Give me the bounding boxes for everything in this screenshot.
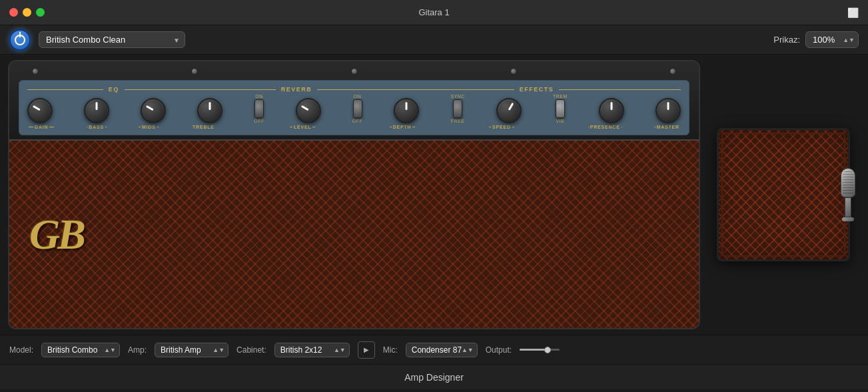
app-title-bar: Amp Designer xyxy=(0,364,868,389)
reverb-line-right xyxy=(317,89,392,90)
zoom-select[interactable]: 50%75%100%150%200% xyxy=(805,31,859,48)
toolbar-right: Prikaz: 50%75%100%150%200% ▲▼ xyxy=(773,31,859,48)
free-label: FREE xyxy=(451,119,465,123)
amp-body: EQ REVERB EFFECTS xyxy=(8,60,700,329)
play-button[interactable]: ▶ xyxy=(358,341,375,359)
gain-label: GAIN xyxy=(29,125,54,129)
level-knob[interactable] xyxy=(296,98,321,123)
slider-fill xyxy=(520,349,548,351)
level-label: LEVEL xyxy=(290,125,315,129)
power-icon xyxy=(15,35,25,45)
gb-logo: GB xyxy=(29,210,83,259)
speed-knob[interactable] xyxy=(496,98,522,123)
bass-knob-group xyxy=(84,98,109,123)
model-select[interactable]: British ComboBritish LeadAmerican Clean xyxy=(41,343,120,357)
master-knob-group xyxy=(655,98,681,123)
output-slider[interactable] xyxy=(520,349,560,351)
bass-label: BASS xyxy=(87,125,107,129)
window-title: Gitara 1 xyxy=(418,7,449,17)
effects-toggle1[interactable] xyxy=(353,99,362,118)
minimize-button[interactable] xyxy=(23,8,31,17)
mic-body xyxy=(845,197,851,217)
trem-toggle-group: TREM VIB xyxy=(553,94,568,123)
presence-knob-group xyxy=(599,98,624,123)
mic-select-wrapper: Condenser 87Dynamic 57Ribbon 121 ▲▼ xyxy=(406,343,478,357)
cabinet-border xyxy=(721,133,845,257)
eq-line-left xyxy=(27,89,103,90)
master-knob[interactable] xyxy=(655,98,681,123)
sync-toggle[interactable] xyxy=(453,99,462,118)
treble-label: TREBLE xyxy=(191,125,216,129)
zoom-wrapper: 50%75%100%150%200% ▲▼ xyxy=(805,31,859,48)
model-select-wrapper: British ComboBritish LeadAmerican Clean … xyxy=(41,343,120,357)
speed-label: SPEED xyxy=(489,125,514,129)
reverb-toggle[interactable] xyxy=(254,99,264,118)
treble-knob[interactable] xyxy=(197,98,222,123)
cabinet-label: Cabinet: xyxy=(236,345,266,355)
mids-label: MIDS xyxy=(139,125,159,129)
bolt-3 xyxy=(351,68,358,75)
treble-knob-group xyxy=(197,98,222,123)
main-area: EQ REVERB EFFECTS xyxy=(0,55,868,335)
microphone xyxy=(838,168,858,221)
reverb-toggle-on-label: ON xyxy=(255,94,263,99)
master-label: MASTER xyxy=(654,125,679,129)
amp-grille: GB xyxy=(9,141,699,328)
bolt-1 xyxy=(32,68,39,75)
mic-select[interactable]: Condenser 87Dynamic 57Ribbon 121 xyxy=(406,343,478,357)
preset-select[interactable]: British Combo CleanBritish Combo CrunchB… xyxy=(39,31,185,48)
title-bar: Gitara 1 ⬜ xyxy=(0,0,868,25)
toolbar: British Combo CleanBritish Combo CrunchB… xyxy=(0,25,868,55)
cabinet-select[interactable]: British 2x12British 4x12American 2x12 xyxy=(274,343,350,357)
cabinet-container xyxy=(707,60,860,329)
preset-wrapper: British Combo CleanBritish Combo CrunchB… xyxy=(31,31,185,48)
eq-line-right xyxy=(125,89,201,90)
close-button[interactable] xyxy=(9,8,18,17)
bottom-bar: Model: British ComboBritish LeadAmerican… xyxy=(0,335,868,364)
maximize-button[interactable] xyxy=(36,8,45,17)
mids-knob[interactable] xyxy=(141,98,166,123)
effects-toggle1-on-label: ON xyxy=(354,94,362,99)
amp-top: EQ REVERB EFFECTS xyxy=(9,61,699,141)
eq-section-label: EQ xyxy=(103,86,125,93)
prikaz-label: Prikaz: xyxy=(773,35,800,45)
mic-base xyxy=(842,217,854,221)
controls-panel: EQ REVERB EFFECTS xyxy=(19,80,689,135)
effects-line-right xyxy=(559,89,681,90)
sync-label: SYNC xyxy=(450,94,464,99)
effects-toggle1-group: ON OFF xyxy=(352,94,363,123)
cabinet-box xyxy=(717,128,850,261)
slider-track xyxy=(520,349,560,351)
reverb-toggle-group: ON OFF xyxy=(254,94,264,123)
power-button[interactable] xyxy=(9,29,31,51)
bolt-2 xyxy=(191,68,198,75)
bass-knob[interactable] xyxy=(84,98,109,123)
amp-label: Amp: xyxy=(128,345,147,355)
effects-toggle1-off-label: OFF xyxy=(352,119,363,123)
bolt-5 xyxy=(669,68,676,75)
vib-label: VIB xyxy=(556,119,564,123)
output-label: Output: xyxy=(486,345,512,355)
trem-toggle[interactable] xyxy=(556,99,565,118)
reverb-line-left xyxy=(201,89,276,90)
expand-icon[interactable]: ⬜ xyxy=(847,7,859,18)
slider-thumb[interactable] xyxy=(544,347,551,353)
app-title: Amp Designer xyxy=(404,372,464,383)
presence-knob[interactable] xyxy=(599,98,624,123)
model-label: Model: xyxy=(9,345,33,355)
effects-section-label: EFFECTS xyxy=(514,86,560,93)
level-knob-group xyxy=(296,98,321,123)
amp-select[interactable]: British AmpAmerican Amp xyxy=(155,343,228,357)
depth-knob[interactable] xyxy=(394,98,419,123)
sync-toggle-group: SYNC FREE xyxy=(450,94,464,123)
gain-knob-group xyxy=(27,98,53,123)
gain-knob[interactable] xyxy=(27,98,53,123)
cabinet-select-wrapper: British 2x12British 4x12American 2x12 ▲▼ xyxy=(274,343,350,357)
amp-select-wrapper: British AmpAmerican Amp ▲▼ xyxy=(155,343,228,357)
mic-label: Mic: xyxy=(383,345,398,355)
presence-label: PRESENCE xyxy=(588,125,622,129)
bolt-4 xyxy=(510,68,517,75)
depth-label: DEPTH xyxy=(390,125,415,129)
reverb-section-label: REVERB xyxy=(276,86,318,93)
bolt-row-top xyxy=(19,68,689,75)
